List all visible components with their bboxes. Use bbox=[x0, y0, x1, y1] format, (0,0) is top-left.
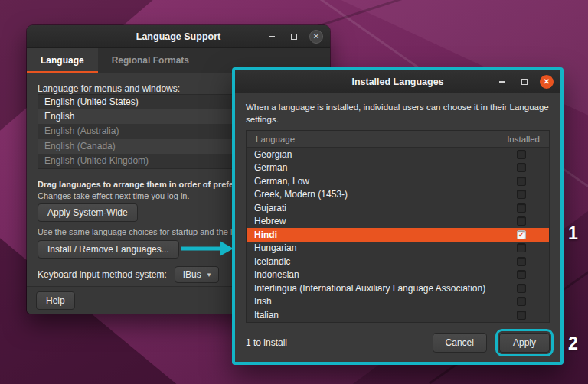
apply-system-wide-button[interactable]: Apply System-Wide bbox=[38, 203, 138, 222]
checkbox-unchecked-icon[interactable] bbox=[517, 190, 526, 199]
annotation-step-1: 1 bbox=[568, 223, 578, 244]
language-support-titlebar[interactable]: Language Support ✕ bbox=[27, 25, 330, 48]
drag-hint-rest: Changes take effect next time you log in… bbox=[38, 191, 190, 200]
language-name: Indonesian bbox=[254, 269, 299, 280]
languages-table: Language Installed GeorgianGermanGerman,… bbox=[246, 130, 550, 323]
column-header-language: Language bbox=[256, 135, 295, 144]
cancel-button[interactable]: Cancel bbox=[433, 333, 487, 353]
language-name: Italian bbox=[254, 310, 279, 321]
window-controls: ✕ bbox=[265, 25, 323, 48]
maximize-icon[interactable] bbox=[518, 75, 531, 89]
installed-language-row[interactable]: Hebrew bbox=[247, 215, 549, 229]
minimize-icon[interactable] bbox=[265, 30, 279, 44]
checkbox-unchecked-icon[interactable] bbox=[517, 284, 526, 293]
apply-button[interactable]: Apply bbox=[499, 333, 550, 353]
checkbox-unchecked-icon[interactable] bbox=[517, 257, 526, 266]
window-title: Language Support bbox=[136, 31, 220, 42]
minimize-icon[interactable] bbox=[495, 75, 509, 89]
installed-language-row[interactable]: German bbox=[247, 161, 549, 175]
tab-language[interactable]: Language bbox=[27, 48, 98, 73]
annotation-highlight-frame: Installed Languages ✕ When a language is… bbox=[232, 67, 564, 365]
installed-language-row[interactable]: Irish bbox=[247, 295, 549, 309]
language-name: Hungarian bbox=[254, 242, 296, 253]
checkbox-unchecked-icon[interactable] bbox=[517, 243, 526, 252]
checkbox-unchecked-icon[interactable] bbox=[517, 177, 526, 186]
maximize-icon[interactable] bbox=[287, 30, 301, 44]
annotation-arrow bbox=[181, 239, 234, 259]
dialog-titlebar[interactable]: Installed Languages ✕ bbox=[235, 70, 560, 93]
installed-language-row[interactable]: Georgian bbox=[247, 148, 549, 161]
tab-regional-formats[interactable]: Regional Formats bbox=[98, 48, 203, 73]
language-name: Hindi bbox=[254, 229, 277, 240]
installed-language-row[interactable]: Italian bbox=[247, 308, 549, 322]
checkbox-unchecked-icon[interactable] bbox=[517, 311, 526, 320]
installed-language-row[interactable]: Indonesian bbox=[247, 268, 549, 282]
annotation-step-2: 2 bbox=[568, 334, 578, 354]
installed-language-row[interactable]: Interlingua (International Auxiliary Lan… bbox=[247, 281, 549, 295]
help-button[interactable]: Help bbox=[36, 291, 75, 310]
installed-languages-rows: GeorgianGermanGerman, LowGreek, Modern (… bbox=[247, 148, 549, 322]
installed-language-row[interactable]: Greek, Modern (1453-) bbox=[247, 188, 549, 202]
chevron-down-icon: ▾ bbox=[207, 271, 211, 278]
dialog-title: Installed Languages bbox=[351, 76, 443, 87]
desktop: Language Support ✕ Language Regional For… bbox=[0, 0, 588, 384]
table-header: Language Installed bbox=[247, 131, 549, 148]
keyboard-input-value: IBus bbox=[183, 269, 201, 280]
language-name: Icelandic bbox=[254, 256, 290, 267]
checkbox-unchecked-icon[interactable] bbox=[517, 297, 526, 306]
checkbox-unchecked-icon[interactable] bbox=[517, 163, 526, 172]
language-name: Interlingua (International Auxiliary Lan… bbox=[254, 283, 485, 294]
dialog-description: When a language is installed, individual… bbox=[235, 93, 560, 125]
checkbox-checked-icon[interactable]: ✓ bbox=[517, 230, 526, 239]
language-name: German bbox=[254, 162, 287, 173]
close-icon[interactable]: ✕ bbox=[309, 30, 323, 44]
install-remove-languages-button[interactable]: Install / Remove Languages... bbox=[38, 240, 179, 259]
language-name: Gujarati bbox=[254, 203, 286, 213]
checkbox-unchecked-icon[interactable] bbox=[517, 216, 526, 226]
dialog-actions: 1 to install Cancel Apply bbox=[235, 333, 560, 362]
language-name: Greek, Modern (1453-) bbox=[254, 189, 348, 200]
keyboard-input-label: Keyboard input method system: bbox=[38, 269, 167, 280]
language-name: Irish bbox=[254, 296, 272, 307]
installed-language-row[interactable]: Gujarati bbox=[247, 201, 549, 215]
language-name: German, Low bbox=[254, 176, 309, 187]
installed-languages-dialog: Installed Languages ✕ When a language is… bbox=[235, 70, 560, 362]
dialog-window-controls: ✕ bbox=[495, 70, 554, 93]
installed-language-row[interactable]: Icelandic bbox=[247, 255, 549, 268]
checkbox-unchecked-icon[interactable] bbox=[517, 270, 526, 279]
language-name: Hebrew bbox=[254, 216, 286, 226]
close-icon[interactable]: ✕ bbox=[540, 75, 554, 89]
installed-language-row[interactable]: Hungarian bbox=[247, 242, 549, 255]
install-status: 1 to install bbox=[246, 337, 287, 348]
language-name: Georgian bbox=[254, 149, 292, 160]
installed-language-row[interactable]: German, Low bbox=[247, 174, 549, 188]
checkbox-unchecked-icon[interactable] bbox=[517, 150, 526, 159]
keyboard-input-dropdown[interactable]: IBus ▾ bbox=[175, 266, 220, 283]
column-header-installed: Installed bbox=[507, 135, 540, 144]
checkbox-unchecked-icon[interactable] bbox=[517, 203, 526, 213]
installed-language-row[interactable]: Hindi✓ bbox=[247, 228, 549, 242]
